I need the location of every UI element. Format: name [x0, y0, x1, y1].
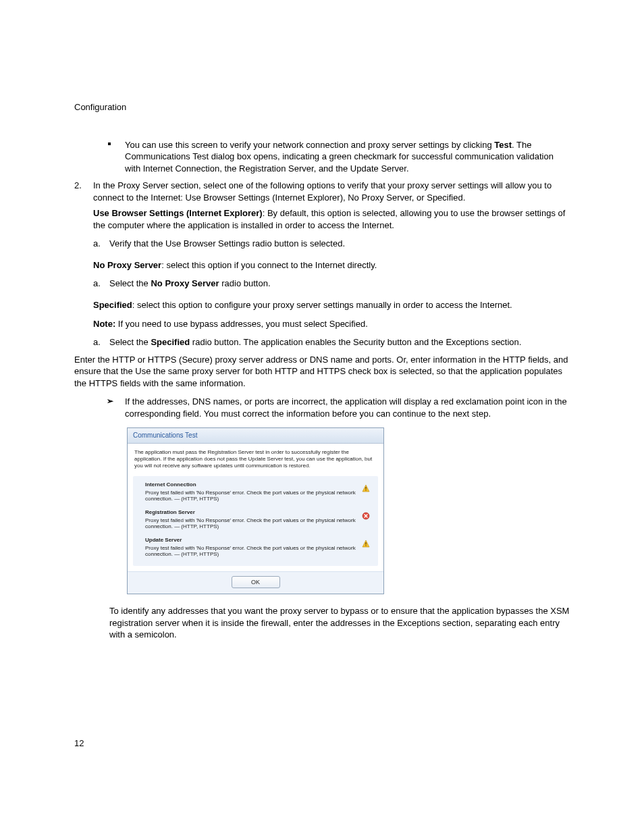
result-message: Proxy test failed with 'No Response' err…	[145, 545, 358, 558]
svg-rect-1	[365, 487, 366, 489]
paragraph: Use Browser Settings (Internet Explorer)…	[74, 207, 570, 231]
substep-letter: a.	[93, 278, 101, 290]
svg-rect-7	[365, 542, 366, 544]
result-title: Update Server	[145, 537, 358, 544]
dialog-result-row: Registration Server Proxy test failed wi…	[138, 509, 373, 537]
body-text: You can use this screen to verify your n…	[125, 140, 494, 150]
body-text: : select this option to configure your p…	[132, 300, 512, 310]
lettered-substep: a. Select the Specified radio button. Th…	[74, 336, 570, 348]
result-title: Internet Connection	[145, 481, 358, 489]
body-text: If you need to use bypass addresses, you…	[115, 319, 368, 329]
body-text-bold: Test	[494, 140, 512, 150]
paragraph: No Proxy Server: select this option if y…	[74, 259, 570, 271]
result-message: Proxy test failed with 'No Response' err…	[145, 517, 358, 530]
paragraph: Note: If you need to use bypass addresse…	[74, 318, 570, 330]
warning-icon	[362, 484, 370, 495]
body-text: Select the	[109, 278, 151, 288]
result-message: Proxy test failed with 'No Response' err…	[145, 490, 358, 502]
dialog-result-row: Internet Connection Proxy test failed wi…	[138, 481, 373, 509]
section-header: Configuration	[74, 101, 570, 113]
substep-letter: a.	[93, 238, 101, 250]
body-text: If the addresses, DNS names, or ports ar…	[125, 396, 567, 419]
body-text: Verify that the Use Browser Settings rad…	[109, 238, 345, 249]
dialog-footer: OK	[128, 571, 383, 594]
warning-icon	[362, 540, 370, 550]
arrow-bullet-item: ➢ If the addresses, DNS names, or ports …	[74, 396, 570, 419]
dialog-title: Communications Test	[128, 428, 383, 444]
page-number: 12	[74, 737, 84, 750]
communications-test-dialog: Communications Test The application must…	[127, 427, 384, 594]
error-icon	[362, 512, 370, 523]
lettered-substep: a. Select the No Proxy Server radio butt…	[74, 278, 570, 290]
substep-letter: a.	[93, 336, 101, 348]
paragraph: Specified: select this option to configu…	[74, 299, 570, 311]
body-text-bold: Use Browser Settings (Internet Explorer)	[93, 208, 263, 218]
chevron-right-icon: ➢	[107, 396, 113, 407]
dialog-intro-text: The application must pass the Registrati…	[128, 444, 383, 473]
body-text-bold: No Proxy Server	[93, 260, 161, 270]
lettered-substep: a. Verify that the Use Browser Settings …	[74, 238, 570, 250]
paragraph: To identify any addresses that you want …	[74, 605, 570, 641]
square-bullet-icon	[108, 142, 111, 145]
body-text: Select the	[109, 337, 151, 347]
step-number: 2.	[74, 180, 82, 192]
bullet-item: You can use this screen to verify your n…	[74, 139, 570, 175]
body-text-bold: Specified	[151, 337, 190, 347]
body-text: radio button.	[219, 278, 271, 288]
dialog-result-row: Update Server Proxy test failed with 'No…	[138, 537, 373, 565]
body-text-bold: Note:	[93, 319, 115, 329]
ok-button[interactable]: OK	[232, 576, 280, 588]
result-title: Registration Server	[145, 509, 358, 517]
paragraph: Enter the HTTP or HTTPS (Secure) proxy s…	[74, 354, 570, 390]
body-text: In the Proxy Server section, select one …	[93, 180, 552, 203]
body-text-bold: No Proxy Server	[151, 278, 219, 288]
svg-rect-8	[365, 545, 366, 546]
svg-rect-2	[365, 490, 366, 490]
dialog-results-panel: Internet Connection Proxy test failed wi…	[133, 476, 378, 566]
body-text: : select this option if you connect to t…	[161, 260, 377, 270]
body-text-bold: Specified	[93, 300, 132, 310]
body-text: radio button. The application enables th…	[190, 337, 521, 347]
numbered-step: 2. In the Proxy Server section, select o…	[74, 180, 570, 203]
